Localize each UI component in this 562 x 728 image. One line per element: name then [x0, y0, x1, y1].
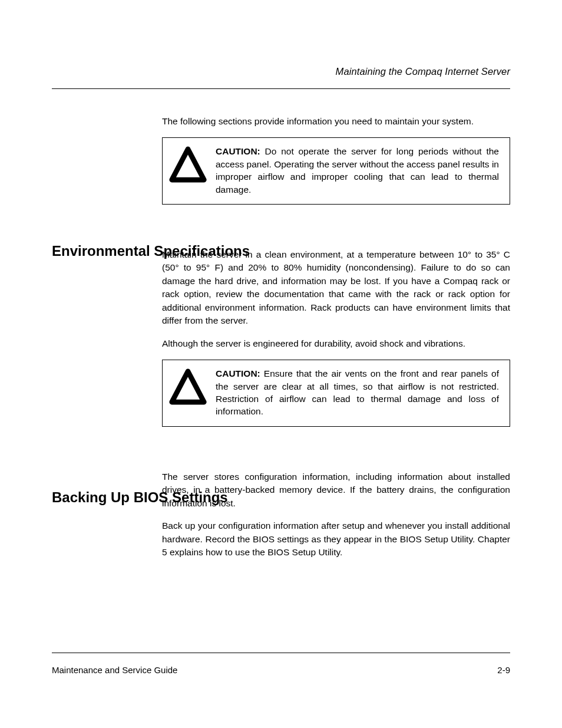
intro-paragraph: The following sections provide informati… [162, 115, 510, 128]
caution-1-label: CAUTION: [216, 146, 260, 156]
bios-paragraph-2: Back up your configuration information a… [162, 519, 510, 559]
caution-2-text: CAUTION: Ensure that the air vents on th… [216, 367, 499, 418]
bottom-rule [52, 653, 510, 653]
env-paragraph-1: Maintain the server in a clean environme… [162, 248, 510, 328]
svg-marker-1 [172, 371, 204, 402]
heading-environmental: Environmental Specifications [52, 243, 250, 259]
caution-1-text: CAUTION: Do not operate the server for l… [216, 145, 499, 196]
warning-triangle-icon [168, 368, 207, 405]
running-header: Maintaining the Compaq Internet Server [336, 66, 510, 77]
env-paragraph-2: Although the server is engineered for du… [162, 337, 510, 350]
caution-2-label: CAUTION: [216, 368, 260, 378]
warning-triangle-icon [168, 146, 207, 183]
footer-left: Maintenance and Service Guide [52, 665, 177, 675]
top-rule [52, 88, 510, 89]
caution-box-1: CAUTION: Do not operate the server for l… [162, 137, 510, 205]
svg-marker-0 [172, 149, 204, 180]
caution-box-2: CAUTION: Ensure that the air vents on th… [162, 360, 510, 427]
footer-right: 2-9 [497, 665, 510, 675]
heading-bios: Backing Up BIOS Settings [52, 489, 228, 506]
